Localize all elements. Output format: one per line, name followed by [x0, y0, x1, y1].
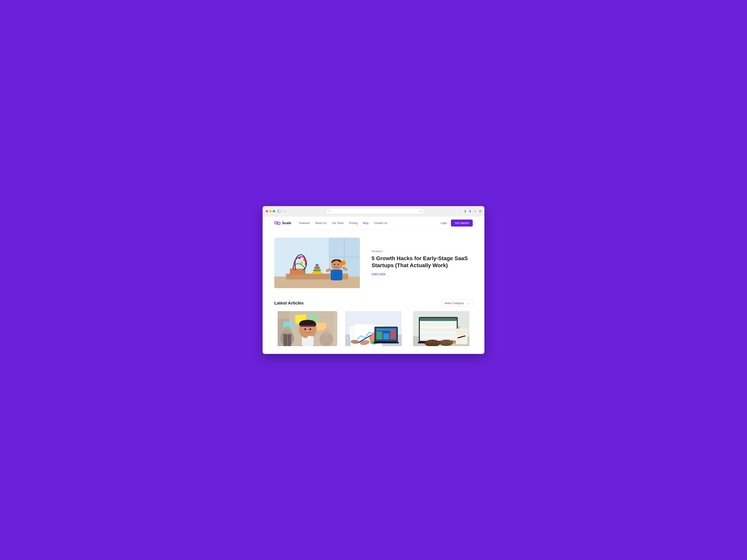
svg-point-2 — [276, 222, 277, 223]
hero-title: 5 Growth Hacks for Early-Stage SaaS Star… — [371, 255, 473, 269]
category-tag: PAYMENT — [371, 250, 473, 252]
nav-pricing[interactable]: Pricing — [349, 221, 358, 224]
learn-more-link[interactable]: Learn more — [371, 272, 386, 275]
article-image-2 — [342, 311, 405, 346]
articles-section-title: Latest Articles — [274, 301, 304, 306]
articles-grid — [274, 311, 473, 346]
articles-section: Latest Articles Select Category ⌄ — [263, 296, 484, 354]
svg-rect-56 — [377, 329, 396, 330]
svg-rect-75 — [420, 321, 457, 324]
svg-point-45 — [323, 328, 331, 336]
nav-arrows: ‹ › — [283, 209, 286, 213]
minimize-button[interactable] — [269, 210, 272, 212]
svg-point-26 — [341, 261, 346, 265]
svg-rect-16 — [313, 269, 321, 271]
svg-rect-78 — [420, 329, 457, 331]
svg-rect-15 — [312, 272, 322, 274]
nav-contact-us[interactable]: Contact Us — [374, 221, 387, 224]
svg-rect-98 — [445, 340, 447, 344]
login-button[interactable]: Login — [440, 221, 447, 224]
address-bar[interactable]: 🛡 ↻ — [327, 209, 424, 214]
svg-rect-59 — [390, 330, 396, 339]
nav-blog[interactable]: Blog — [363, 221, 368, 224]
svg-rect-18 — [315, 264, 319, 266]
nav-actions: Login Get Started — [440, 219, 473, 226]
hero-content: PAYMENT 5 Growth Hacks for Early-Stage S… — [371, 250, 473, 276]
tabs-icon[interactable]: ⧉ — [479, 209, 481, 213]
hero-image — [274, 238, 360, 288]
svg-rect-95 — [433, 340, 435, 344]
maximize-button[interactable] — [273, 210, 275, 212]
svg-rect-76 — [420, 324, 457, 326]
logo[interactable]: Scale — [274, 220, 291, 226]
svg-point-39 — [309, 328, 311, 330]
website-content: Scale Features About Us Our Team Pricing… — [263, 216, 484, 354]
svg-point-13 — [303, 259, 306, 261]
shield-icon: 🛡 — [328, 210, 331, 213]
svg-rect-17 — [314, 267, 320, 269]
svg-point-3 — [278, 223, 279, 224]
traffic-lights — [266, 210, 275, 212]
svg-rect-93 — [427, 340, 429, 344]
article-card-3 — [410, 311, 473, 346]
article-card-2 — [342, 311, 405, 346]
category-select-label: Select Category — [444, 301, 464, 305]
svg-rect-81 — [420, 336, 457, 339]
svg-point-12 — [300, 262, 303, 264]
browser-chrome: ‹ › 🛡 ↻ ⬇ ⬆ ＋ ⧉ — [263, 206, 484, 216]
svg-rect-58 — [383, 334, 389, 339]
download-icon[interactable]: ⬇ — [464, 209, 466, 213]
forward-button[interactable]: › — [285, 209, 286, 213]
svg-rect-57 — [377, 331, 382, 339]
sidebar-toggle-icon[interactable] — [277, 210, 281, 213]
svg-rect-41 — [303, 335, 308, 338]
svg-rect-99 — [448, 340, 450, 344]
get-started-button[interactable]: Get Started — [451, 219, 473, 226]
chevron-down-icon: ⌄ — [467, 301, 470, 305]
logo-icon — [274, 220, 281, 226]
svg-rect-69 — [420, 318, 457, 321]
svg-rect-47 — [287, 334, 288, 346]
nav-features[interactable]: Features — [299, 221, 310, 224]
navbar: Scale Features About Us Our Team Pricing… — [263, 216, 484, 230]
svg-point-38 — [305, 328, 306, 330]
svg-rect-77 — [420, 326, 457, 329]
svg-point-20 — [334, 264, 335, 265]
article-image-3 — [410, 311, 473, 346]
svg-rect-96 — [436, 340, 438, 344]
category-select-dropdown[interactable]: Select Category ⌄ — [442, 300, 473, 306]
svg-rect-60 — [374, 342, 399, 343]
svg-rect-79 — [420, 331, 457, 334]
article-image-1 — [274, 311, 337, 346]
articles-header: Latest Articles Select Category ⌄ — [274, 300, 473, 306]
svg-rect-97 — [442, 340, 444, 344]
hero-section: PAYMENT 5 Growth Hacks for Early-Stage S… — [263, 230, 484, 296]
svg-point-14 — [299, 257, 301, 259]
browser-actions: ⬇ ⬆ ＋ ⧉ — [464, 209, 481, 213]
new-tab-icon[interactable]: ＋ — [474, 209, 477, 213]
nav-about-us[interactable]: About Us — [315, 221, 327, 224]
refresh-button[interactable]: ↻ — [420, 210, 422, 213]
address-bar-container: 🛡 ↻ — [288, 209, 462, 214]
svg-rect-82 — [420, 339, 457, 341]
svg-rect-80 — [420, 334, 457, 336]
article-card-1 — [274, 311, 337, 346]
nav-our-team[interactable]: Our Team — [332, 221, 344, 224]
logo-text: Scale — [282, 221, 291, 225]
svg-point-43 — [283, 326, 291, 335]
browser-window: ‹ › 🛡 ↻ ⬇ ⬆ ＋ ⧉ — [263, 206, 484, 354]
back-button[interactable]: ‹ — [283, 209, 284, 213]
svg-rect-94 — [430, 340, 432, 344]
share-icon[interactable]: ⬆ — [469, 209, 471, 213]
close-button[interactable] — [266, 210, 268, 212]
nav-links: Features About Us Our Team Pricing Blog … — [299, 221, 387, 224]
svg-rect-22 — [331, 270, 342, 281]
